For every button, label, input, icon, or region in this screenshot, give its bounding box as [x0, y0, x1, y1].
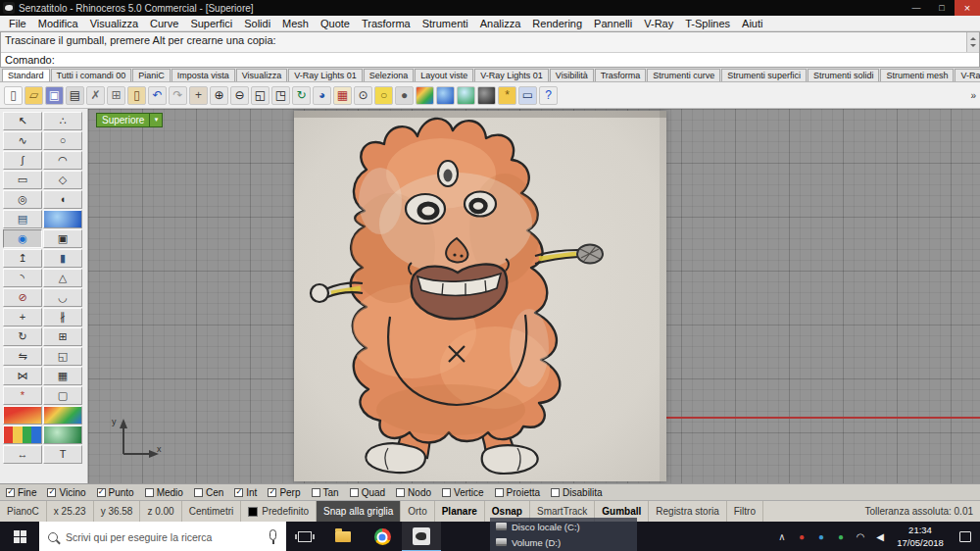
menu-item[interactable]: T-Splines [679, 18, 736, 29]
toolbar-tab[interactable]: Visibilità [550, 69, 594, 81]
surface-icon[interactable]: ▤ [3, 210, 42, 228]
toolbar-tab[interactable]: Seleziona [364, 69, 415, 81]
osnap-toggle[interactable]: Nodo [396, 487, 431, 498]
status-pane[interactable]: Snap alla griglia [317, 501, 401, 522]
fire-icon[interactable] [3, 406, 42, 425]
osnap-toggle[interactable]: Medio [145, 487, 183, 498]
osnap-toggle[interactable]: Quad [350, 487, 385, 498]
command-prompt-input[interactable]: Comando: [1, 52, 979, 67]
object-snap-icon[interactable]: ⊙ [354, 86, 372, 105]
chrome-button[interactable] [363, 522, 402, 551]
osnap-toggle[interactable]: Fine [6, 487, 36, 498]
zoom-out-icon[interactable]: ⊖ [230, 86, 249, 105]
dimension-icon[interactable]: ↔ [3, 445, 42, 464]
chevron-up-icon[interactable]: ∧ [772, 531, 792, 542]
viewport-menu-caret-icon[interactable]: ▼ [150, 113, 163, 127]
arc-icon[interactable]: ◠ [43, 151, 82, 170]
curve-icon[interactable]: ∫ [3, 151, 42, 170]
command-scrollbar[interactable] [966, 32, 979, 52]
extrude-icon[interactable]: ↥ [3, 249, 42, 268]
gumball-icon[interactable]: ◉ [3, 229, 42, 248]
trim-icon[interactable]: ⊘ [3, 288, 42, 307]
osnap-checkbox[interactable] [442, 488, 451, 497]
osnap-checkbox[interactable] [6, 488, 15, 497]
status-pane[interactable]: PianoC [0, 501, 47, 522]
circle-icon[interactable]: ○ [43, 131, 82, 150]
polyline-icon[interactable]: ∿ [3, 131, 42, 150]
shaded-view-icon[interactable]: ◕ [313, 86, 331, 105]
scale-icon[interactable]: ◱ [43, 347, 82, 366]
help-icon[interactable]: ? [539, 86, 558, 105]
cone-icon[interactable]: △ [43, 269, 82, 287]
menu-item[interactable]: File [3, 18, 32, 29]
zoom-in-icon[interactable]: ⊕ [210, 86, 228, 105]
paste-icon[interactable]: ▯ [127, 86, 146, 105]
join-icon[interactable]: ⋈ [3, 367, 42, 385]
osnap-toggle[interactable]: Punto [97, 487, 134, 498]
rotate-icon[interactable]: ↻ [3, 327, 42, 346]
cloud-icon[interactable]: ● [811, 531, 831, 542]
green-app-icon[interactable]: ● [831, 531, 851, 542]
viewport-title[interactable]: Superiore [96, 113, 150, 127]
cut-icon[interactable]: ✗ [86, 86, 105, 105]
menu-item[interactable]: Mesh [276, 18, 315, 29]
osnap-toggle[interactable]: Perp [268, 487, 300, 498]
zoom-extents-icon[interactable]: ◳ [271, 86, 290, 105]
select-arrow-icon[interactable]: ↖ [3, 112, 42, 130]
microphone-icon[interactable] [270, 529, 276, 540]
menu-item[interactable]: Aiuti [736, 18, 768, 29]
volume-icon[interactable]: ◀ [870, 531, 890, 542]
toolbar-tab[interactable]: Strumenti mesh [880, 69, 954, 81]
osnap-checkbox[interactable] [97, 488, 106, 497]
move-icon[interactable]: + [3, 308, 42, 326]
menu-item[interactable]: Strumenti [416, 18, 474, 29]
blue-sphere-icon[interactable] [436, 86, 455, 105]
antivirus-icon[interactable]: ● [792, 531, 811, 542]
network-icon[interactable]: ◠ [851, 531, 870, 542]
drive-item[interactable]: Volume (D:) [490, 534, 637, 550]
status-pane[interactable]: z 0.00 [140, 501, 181, 522]
osnap-toggle[interactable]: Vicino [47, 487, 85, 498]
osnap-toggle[interactable]: Proietta [495, 487, 540, 498]
zoom-window-icon[interactable]: ◱ [251, 86, 270, 105]
explode-icon[interactable]: * [3, 386, 42, 405]
rectangle-icon[interactable]: ▭ [3, 171, 42, 189]
menu-item[interactable]: Pannelli [588, 18, 638, 29]
osnap-checkbox[interactable] [312, 488, 320, 497]
file-explorer-button[interactable] [323, 522, 363, 551]
split-icon[interactable]: ∦ [43, 308, 82, 326]
status-pane[interactable]: Orto [401, 501, 434, 522]
osnap-checkbox[interactable] [47, 488, 56, 497]
globe-icon[interactable] [457, 86, 475, 105]
print-icon[interactable]: ▤ [66, 86, 84, 105]
toolbar-tab[interactable]: V-Ray For Rhino 2.0 [955, 69, 980, 81]
material-icon[interactable] [43, 426, 82, 444]
rotate-view-icon[interactable]: ↻ [292, 86, 311, 105]
scanned-drawing-image[interactable] [294, 111, 666, 481]
menu-item[interactable]: V-Ray [638, 18, 679, 29]
cylinder-icon[interactable]: ▮ [43, 249, 82, 268]
osnap-checkbox[interactable] [145, 488, 154, 497]
toolbar-tab[interactable]: PianiC [132, 69, 171, 81]
status-pane[interactable]: Planare [435, 501, 485, 522]
offset-icon[interactable]: ◖ [43, 190, 82, 209]
redo-icon[interactable]: ↷ [169, 86, 187, 105]
minimize-button[interactable]: — [904, 0, 929, 16]
menu-item[interactable]: Visualizza [84, 18, 144, 29]
status-pane[interactable]: x 25.23 [47, 501, 94, 522]
status-pane[interactable]: Centimetri [182, 501, 242, 522]
layers-icon[interactable]: ▦ [333, 86, 352, 105]
menu-item[interactable]: Solidi [238, 18, 276, 29]
drive-item[interactable]: Disco locale (C:) [490, 519, 637, 534]
menu-item[interactable]: Modifica [32, 18, 84, 29]
notification-center-button[interactable] [951, 531, 980, 542]
osnap-toggle[interactable]: Cen [194, 487, 223, 498]
pan-hand-icon[interactable]: + [189, 86, 208, 105]
toolbar-tab[interactable]: Strumenti superfici [721, 69, 807, 81]
osnap-checkbox[interactable] [551, 488, 560, 497]
osnap-toggle[interactable]: Tan [312, 487, 339, 498]
lock-icon[interactable]: ● [395, 86, 414, 105]
taskbar-search[interactable]: Scrivi qui per eseguire la ricerca [39, 522, 286, 551]
fillet-icon[interactable]: ◝ [3, 269, 42, 287]
start-button[interactable] [0, 522, 39, 551]
